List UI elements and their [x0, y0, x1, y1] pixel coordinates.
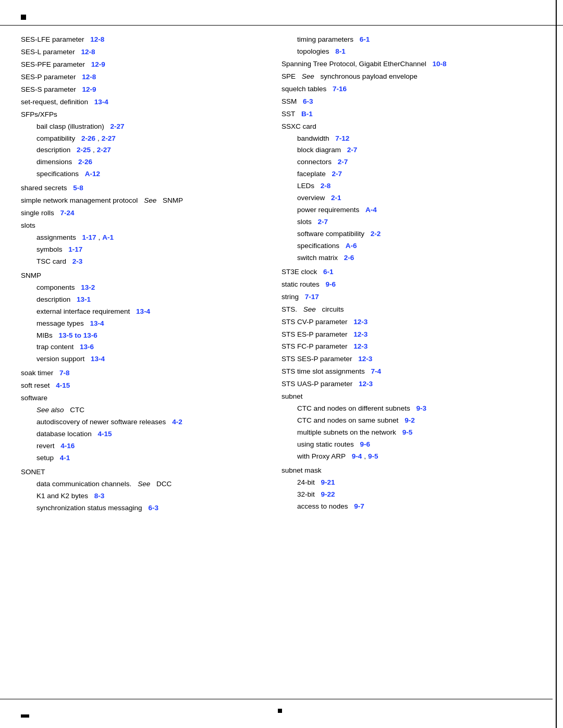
ref-link[interactable]: 13-5 to 13-6 [59, 330, 97, 342]
ref-link[interactable]: 9-5 [402, 427, 413, 439]
sub-entry: symbols 1-17 [36, 244, 261, 256]
ref-link[interactable]: 12-9 [91, 59, 105, 71]
ref-link[interactable]: 9-5 [368, 451, 378, 463]
sub-entry: setup 4-1 [36, 452, 261, 464]
group-label: slots [21, 220, 35, 232]
index-entry: SES-S parameter 12-9 [21, 84, 261, 96]
ref-link[interactable]: 2-8 [321, 180, 331, 192]
ref-link[interactable]: 6-1 [323, 266, 334, 278]
sub-entry: with Proxy ARP 9-4, 9-5 [297, 451, 542, 463]
ref-link[interactable]: 9-21 [321, 477, 335, 489]
ref-link[interactable]: 13-4 [136, 306, 150, 318]
ref-link[interactable]: 12-8 [90, 34, 104, 46]
page-header [21, 15, 29, 20]
ref-link[interactable]: 13-6 [80, 341, 94, 353]
ref-link[interactable]: 12-8 [81, 46, 95, 58]
see-term: circuits [322, 304, 344, 316]
ref-link[interactable]: 9-22 [321, 489, 335, 501]
ref-link[interactable]: 7-16 [333, 83, 347, 95]
ref-link[interactable]: 12-3 [353, 316, 368, 328]
sub-entry: synchronization status messaging 6-3 [36, 502, 261, 514]
ref-link[interactable]: 12-9 [82, 84, 96, 96]
ref-link[interactable]: 9-6 [360, 439, 371, 451]
ref-link[interactable]: 8-3 [94, 490, 105, 502]
sub-entries: bandwidth 7-12block diagram 2-7connector… [282, 133, 542, 264]
ref-link[interactable]: 12-3 [353, 341, 368, 353]
ref-link[interactable]: 6-3 [303, 96, 313, 108]
ref-link[interactable]: 12-3 [353, 329, 368, 341]
entry-label: set-request, definition [21, 96, 88, 108]
sub-entry: specifications A-6 [297, 240, 542, 252]
ref-link[interactable]: 1-17 [68, 244, 82, 256]
ref-link[interactable]: 12-8 [82, 71, 96, 83]
sub-entry-see-also: See also CTC [36, 404, 261, 416]
ref-link[interactable]: 12-3 [358, 353, 372, 365]
ref-link[interactable]: 9-4 [352, 451, 362, 463]
ref-link[interactable]: 2-7 [332, 168, 342, 180]
ref-link[interactable]: 13-4 [94, 96, 108, 108]
ref-link[interactable]: 2-26 [78, 156, 92, 168]
ref-link[interactable]: 6-1 [360, 34, 370, 46]
ref-link[interactable]: 4-15 [98, 428, 112, 440]
ref-link[interactable]: A-1 [102, 232, 114, 244]
index-entry: set-request, definition 13-4 [21, 96, 261, 108]
ref-link[interactable]: 7-17 [305, 291, 319, 303]
ref-link[interactable]: 6-3 [148, 502, 158, 514]
ref-link[interactable]: 2-2 [371, 228, 381, 240]
ref-link[interactable]: A-6 [346, 240, 357, 252]
ref-link[interactable]: 1-17 [82, 232, 96, 244]
ref-link[interactable]: 13-1 [77, 294, 91, 306]
index-content: SES-LFE parameter 12-8SES-L parameter 12… [21, 34, 542, 686]
ref-link[interactable]: 5-8 [73, 182, 83, 194]
ref-link[interactable]: A-12 [85, 168, 100, 180]
ref-link[interactable]: A-4 [365, 204, 377, 216]
ref-link[interactable]: 2-27 [102, 133, 116, 145]
ref-link[interactable]: 13-2 [81, 282, 95, 294]
ref-link[interactable]: 9-7 [354, 501, 364, 513]
ref-link[interactable]: 2-7 [338, 156, 348, 168]
ref-link[interactable]: 7-4 [371, 366, 382, 378]
ref-link[interactable]: 7-24 [60, 207, 75, 219]
ref-link[interactable]: 2-1 [331, 192, 341, 204]
ref-link[interactable]: 2-27 [97, 144, 111, 156]
ref-link[interactable]: 13-4 [90, 318, 104, 330]
index-group: SSXC cardbandwidth 7-12block diagram 2-7… [282, 121, 542, 264]
ref-link[interactable]: 4-2 [172, 416, 182, 428]
ref-link[interactable]: B-1 [301, 108, 313, 120]
ref-link[interactable]: 9-6 [326, 279, 336, 291]
ref-link[interactable]: 2-7 [347, 144, 358, 156]
see-label: See [303, 304, 316, 316]
entry-label: squelch tables [282, 83, 326, 95]
ref-link[interactable]: 4-1 [60, 452, 70, 464]
entry-label: STS SES-P parameter [282, 353, 352, 365]
ref-link[interactable]: 9-3 [416, 403, 426, 415]
ref-link[interactable]: 12-3 [359, 378, 373, 390]
ref-link[interactable]: 2-6 [344, 252, 354, 264]
entry-label: Spanning Tree Protocol, Gigabit EtherCha… [282, 58, 426, 70]
group-label: SSXC card [282, 121, 316, 133]
index-entry: SSM 6-3 [282, 96, 542, 108]
ref-link[interactable]: 8-1 [335, 46, 346, 58]
index-group: SFPs/XFPsbail clasp (illustration) 2-27c… [21, 109, 261, 181]
index-group: softwareSee also CTCautodiscovery of new… [21, 392, 261, 464]
ref-link[interactable]: 10-8 [432, 58, 446, 70]
entry-label: STS CV-P parameter [282, 316, 348, 328]
index-group: slotsassignments 1-17, A-1symbols 1-17TS… [21, 220, 261, 268]
ref-link[interactable]: 13-4 [91, 353, 105, 365]
entry-label: soak timer [21, 367, 53, 379]
ref-link[interactable]: 2-25 [77, 144, 91, 156]
index-entry: Spanning Tree Protocol, Gigabit EtherCha… [282, 58, 542, 70]
sub-entry: assignments 1-17, A-1 [36, 232, 261, 244]
ref-link[interactable]: 4-16 [60, 440, 75, 452]
ref-link[interactable]: 4-15 [56, 380, 70, 392]
sub-entry: K1 and K2 bytes 8-3 [36, 490, 261, 502]
ref-link[interactable]: 2-7 [318, 216, 328, 228]
ref-link[interactable]: 2-27 [111, 121, 125, 133]
ref-link[interactable]: 2-3 [72, 256, 83, 268]
sub-entry: trap content 13-6 [36, 341, 261, 353]
ref-link[interactable]: 2-26 [81, 133, 95, 145]
ref-link[interactable]: 9-2 [405, 415, 415, 427]
ref-link[interactable]: 7-8 [59, 367, 70, 379]
ref-link[interactable]: 7-12 [335, 133, 349, 145]
see-term: SNMP [163, 195, 183, 207]
